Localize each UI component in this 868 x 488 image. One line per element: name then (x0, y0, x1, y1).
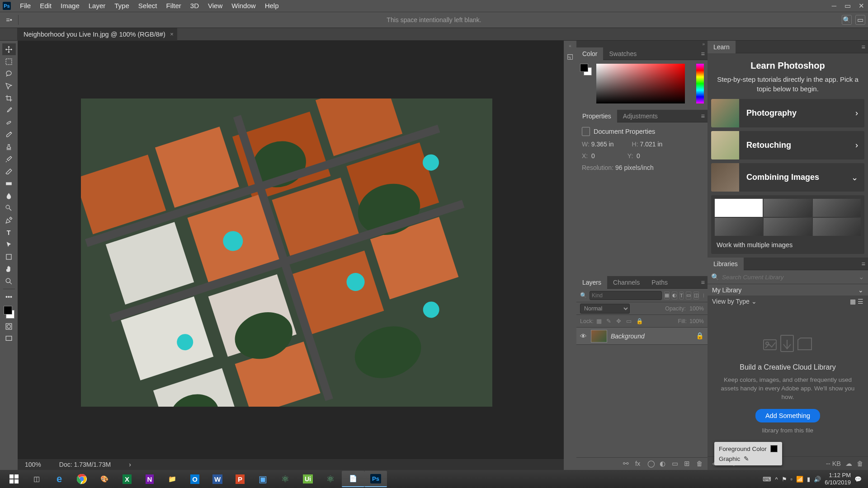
path-select-tool[interactable] (2, 239, 16, 250)
panel-menu-icon[interactable]: ≡ (862, 43, 865, 51)
new-layer-icon[interactable]: ⊞ (684, 460, 692, 468)
zoom-tool[interactable] (2, 275, 16, 287)
tab-libraries[interactable]: Libraries (708, 258, 744, 270)
foreground-color-swatch[interactable] (4, 306, 12, 314)
close-button[interactable]: ✕ (854, 0, 868, 12)
tab-swatches[interactable]: Swatches (603, 47, 642, 60)
taskbar-excel[interactable]: X (116, 471, 138, 487)
menu-select[interactable]: Select (134, 0, 162, 12)
view-grid-icon[interactable]: ▦ (850, 298, 856, 305)
crop-tool[interactable] (2, 92, 16, 104)
layer-mask-icon[interactable]: ◯ (647, 460, 655, 468)
color-fgbg[interactable] (580, 64, 592, 75)
system-clock[interactable]: 1:12 PM 6/10/2019 (825, 472, 851, 486)
panel-menu-icon[interactable]: ≡ (701, 279, 705, 286)
taskbar-atom[interactable]: ⚛ (274, 471, 297, 487)
shape-tool[interactable] (2, 251, 16, 263)
eraser-tool[interactable] (2, 165, 16, 177)
taskbar-outlook[interactable]: O (184, 471, 206, 487)
taskbar-explorer[interactable]: 📁 (161, 471, 184, 487)
lib-sync-icon[interactable]: ☁ (845, 460, 852, 467)
opacity-value[interactable]: 100% (689, 305, 704, 312)
tab-properties[interactable]: Properties (576, 110, 617, 122)
close-tab-icon[interactable]: × (170, 28, 174, 41)
dodge-tool[interactable] (2, 202, 16, 214)
lock-pixels-icon[interactable]: ✎ (606, 318, 613, 325)
delete-layer-icon[interactable]: 🗑 (696, 460, 704, 468)
library-search-input[interactable] (722, 274, 856, 281)
lasso-tool[interactable] (2, 68, 16, 80)
status-chevron-icon[interactable]: › (129, 461, 131, 468)
blur-tool[interactable] (2, 190, 16, 202)
tray-chevron-icon[interactable]: ^ (775, 476, 778, 483)
tab-paths[interactable]: Paths (646, 276, 674, 289)
taskbar-app1[interactable]: ▣ (251, 471, 274, 487)
notifications-icon[interactable]: 💬 (854, 476, 862, 483)
gradient-tool[interactable] (2, 178, 16, 189)
type-tool[interactable]: T (2, 226, 16, 238)
add-something-button[interactable]: Add Something (755, 409, 820, 422)
taskbar-notepad[interactable]: 📄 (342, 471, 364, 487)
minimize-button[interactable]: ─ (827, 0, 841, 12)
taskbar-ie[interactable]: e (48, 471, 71, 487)
stamp-tool[interactable] (2, 141, 16, 153)
color-spectrum[interactable] (596, 64, 685, 103)
tray-keyboard-icon[interactable]: ⌨ (763, 476, 771, 483)
panel-menu-icon[interactable]: ≡ (701, 113, 705, 120)
menu-filter[interactable]: Filter (162, 0, 186, 12)
brush-tool[interactable] (2, 129, 16, 141)
adjustment-layer-icon[interactable]: ◐ (660, 460, 667, 468)
menu-layer[interactable]: Layer (84, 0, 110, 12)
screenmode-icon[interactable] (2, 333, 16, 344)
lock-transparency-icon[interactable]: ▦ (596, 318, 604, 325)
filter-pixel-icon[interactable]: ▦ (664, 291, 670, 300)
taskbar-photoshop[interactable]: Ps (364, 471, 387, 487)
tab-learn[interactable]: Learn (708, 41, 736, 53)
view-list-icon[interactable]: ☰ (858, 298, 863, 305)
taskbar-paint[interactable]: 🎨 (93, 471, 116, 487)
doc-size[interactable]: Doc: 1.73M/1.73M (59, 461, 111, 468)
menu-file[interactable]: File (15, 0, 35, 12)
visibility-icon[interactable]: 👁 (580, 333, 587, 340)
layer-filter-input[interactable] (590, 291, 662, 300)
hue-slider[interactable] (696, 64, 704, 103)
search-icon[interactable]: 🔍 (842, 15, 852, 25)
taskbar-word[interactable]: W (206, 471, 229, 487)
healing-tool[interactable] (2, 117, 16, 128)
learn-item-photography[interactable]: Photography › (711, 99, 864, 127)
layer-fx-icon[interactable]: fx (635, 460, 643, 468)
filter-adjust-icon[interactable]: ◐ (672, 291, 677, 300)
menu-view[interactable]: View (203, 0, 227, 12)
collapse-chevron-icon[interactable]: « (569, 43, 571, 48)
maximize-button[interactable]: ▭ (841, 0, 854, 12)
library-link[interactable]: library from this file (762, 427, 813, 434)
document-tab[interactable]: Neighborhood you Live In.jpg @ 100% (RGB… (17, 28, 177, 41)
tray-battery-icon[interactable]: ▮ (807, 476, 810, 483)
menu-edit[interactable]: Edit (35, 0, 56, 12)
chevron-down-icon[interactable]: ⌄ (859, 273, 864, 281)
tray-icon[interactable]: ▫ (791, 476, 793, 483)
quickmask-icon[interactable] (2, 320, 16, 332)
blend-mode-select[interactable]: Normal (580, 304, 630, 314)
eyedropper-tool[interactable] (2, 104, 16, 116)
fill-value[interactable]: 100% (689, 318, 704, 324)
marquee-tool[interactable] (2, 56, 16, 67)
filter-toggle-icon[interactable] (703, 293, 704, 298)
edit-toolbar-icon[interactable]: ••• (2, 291, 16, 303)
chevron-down-icon[interactable]: ⌄ (751, 298, 757, 305)
taskbar-powerpoint[interactable]: P (229, 471, 251, 487)
taskview-button[interactable]: ◫ (25, 471, 48, 487)
move-tool[interactable] (2, 43, 16, 55)
tab-adjustments[interactable]: Adjustments (617, 110, 664, 122)
taskbar-app2[interactable]: Ui (297, 471, 319, 487)
library-view-label[interactable]: View by Type (712, 298, 750, 305)
lock-position-icon[interactable]: ✥ (616, 318, 623, 325)
home-icon[interactable]: ≡• (4, 15, 14, 24)
panel-menu-icon[interactable]: ≡ (701, 50, 705, 57)
panel-menu-icon[interactable]: ≡ (862, 260, 865, 267)
pen-tool[interactable] (2, 214, 16, 226)
tray-wifi-icon[interactable]: 📶 (796, 476, 803, 483)
tab-color[interactable]: Color (576, 47, 603, 60)
tray-volume-icon[interactable]: 🔊 (814, 476, 821, 483)
history-brush-tool[interactable] (2, 153, 16, 165)
